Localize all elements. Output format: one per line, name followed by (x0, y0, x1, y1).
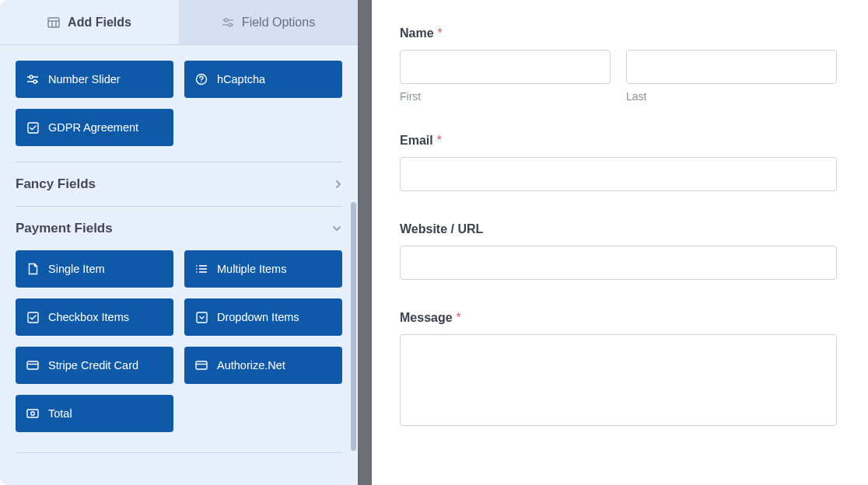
tab-label: Field Options (242, 16, 315, 30)
sliders-icon (222, 16, 234, 29)
sidebar-tabs: Add Fields Field Options (0, 0, 358, 45)
label-text: Message (400, 311, 453, 325)
credit-card-icon (26, 359, 39, 372)
section-fancy-fields[interactable]: Fancy Fields (0, 162, 358, 206)
sliders-icon (26, 73, 39, 85)
field-number-slider[interactable]: Number Slider (16, 61, 173, 98)
money-icon (26, 407, 39, 420)
file-icon (26, 263, 39, 275)
field-stripe[interactable]: Stripe Credit Card (16, 347, 173, 384)
first-sublabel: First (400, 90, 611, 103)
message-label: Message * (400, 311, 837, 325)
grid-icon (47, 16, 60, 29)
name-row: First Last (400, 50, 837, 103)
tab-field-options[interactable]: Field Options (179, 0, 358, 44)
payment-fields-section: Single Item Multiple Items (0, 250, 358, 448)
field-label: GDPR Agreement (48, 121, 138, 134)
message-group: Message * (400, 311, 837, 429)
required-mark: * (457, 311, 461, 325)
scrollbar-thumb[interactable] (351, 202, 356, 451)
list-icon (195, 263, 208, 275)
field-label: Multiple Items (217, 263, 286, 275)
field-label: Single Item (48, 263, 105, 275)
divider (16, 452, 342, 453)
email-input[interactable] (400, 157, 837, 191)
field-multiple-items[interactable]: Multiple Items (184, 250, 342, 288)
label-text: Name (400, 26, 434, 40)
svg-rect-22 (197, 312, 207, 323)
svg-point-28 (31, 412, 34, 415)
message-textarea[interactable] (400, 334, 837, 426)
field-gdpr-agreement[interactable]: GDPR Agreement (16, 109, 173, 146)
field-label: Checkbox Items (48, 311, 129, 323)
dropdown-icon (195, 311, 208, 323)
field-total[interactable]: Total (16, 395, 173, 432)
field-label: hCaptcha (217, 73, 265, 85)
form-preview: Name * First Last Email * Website / URL … (372, 0, 868, 485)
label-text: Website / URL (400, 222, 483, 236)
section-payment-fields[interactable]: Payment Fields (0, 207, 358, 250)
field-authorize-net[interactable]: Authorize.Net (184, 347, 342, 384)
question-circle-icon (195, 73, 208, 85)
section-title: Fancy Fields (16, 176, 96, 192)
section-title: Payment Fields (16, 221, 113, 236)
svg-point-13 (201, 82, 201, 82)
svg-point-7 (229, 23, 232, 26)
svg-rect-25 (196, 361, 207, 369)
website-input[interactable] (400, 246, 837, 280)
credit-card-icon (195, 359, 208, 372)
field-dropdown-items[interactable]: Dropdown Items (184, 298, 342, 336)
website-label: Website / URL (400, 222, 837, 236)
label-text: Email (400, 134, 433, 148)
required-mark: * (437, 134, 442, 148)
check-square-icon (26, 311, 39, 323)
svg-rect-0 (48, 18, 59, 27)
sidebar-panel: Add Fields Field Options (0, 0, 358, 485)
last-name-input[interactable] (626, 50, 837, 84)
check-square-icon (26, 121, 39, 134)
panel-divider (358, 0, 372, 485)
name-label: Name * (400, 26, 837, 40)
svg-rect-27 (27, 410, 38, 417)
svg-point-11 (33, 80, 37, 83)
field-label: Number Slider (48, 73, 121, 85)
field-label: Total (48, 407, 72, 420)
chevron-down-icon (331, 225, 342, 232)
tab-label: Add Fields (68, 16, 131, 30)
svg-point-9 (30, 75, 33, 79)
tab-add-fields[interactable]: Add Fields (0, 0, 179, 44)
field-label: Authorize.Net (217, 359, 285, 372)
chevron-right-icon (334, 179, 342, 190)
misc-fields-section: Number Slider hCaptcha (0, 45, 358, 162)
required-mark: * (438, 26, 443, 40)
last-sublabel: Last (626, 90, 837, 103)
field-checkbox-items[interactable]: Checkbox Items (16, 298, 173, 336)
field-hcaptcha[interactable]: hCaptcha (184, 61, 342, 98)
field-label: Stripe Credit Card (48, 359, 138, 372)
svg-rect-23 (27, 361, 38, 369)
website-group: Website / URL (400, 222, 837, 280)
svg-point-5 (225, 19, 228, 22)
email-label: Email * (400, 134, 837, 148)
field-single-item[interactable]: Single Item (16, 250, 173, 288)
field-label: Dropdown Items (217, 311, 299, 323)
email-group: Email * (400, 134, 837, 191)
first-name-input[interactable] (400, 50, 611, 84)
